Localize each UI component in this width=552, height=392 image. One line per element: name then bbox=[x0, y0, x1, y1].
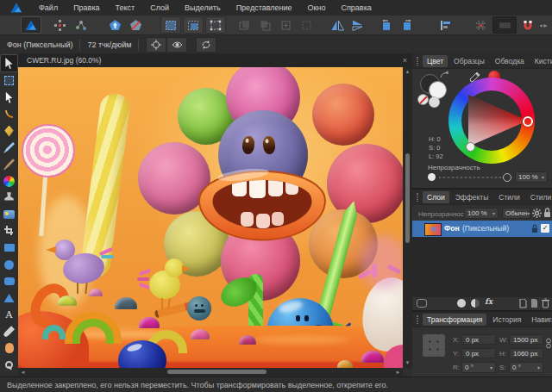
rotate-ccw-button[interactable] bbox=[377, 17, 396, 33]
no-color-swatch[interactable] bbox=[417, 94, 429, 105]
selection-subtract-button[interactable] bbox=[183, 16, 204, 34]
panel-drag-handle[interactable] bbox=[417, 193, 418, 202]
color-tab-3[interactable]: Обводка bbox=[491, 55, 529, 67]
menu-item-1[interactable]: Файл bbox=[31, 0, 66, 16]
place-image-tool[interactable] bbox=[1, 207, 17, 223]
menu-item-2[interactable]: Правка bbox=[66, 0, 107, 16]
paint-brush-tool[interactable] bbox=[1, 156, 17, 172]
selection-transform-button[interactable] bbox=[205, 16, 226, 34]
transform-tab-1[interactable]: Трансформация bbox=[423, 314, 486, 326]
menu-item-5[interactable]: Выделить bbox=[177, 0, 229, 16]
canvas-hscrollbar[interactable]: ◄ ► bbox=[18, 368, 403, 376]
color-tab-2[interactable]: Образцы bbox=[449, 55, 489, 67]
rotate-cw-button[interactable] bbox=[398, 17, 417, 33]
photo-persona-button[interactable] bbox=[21, 16, 41, 34]
vscroll-thumb[interactable] bbox=[405, 153, 410, 243]
triangle-tool[interactable] bbox=[1, 289, 17, 306]
flip-horizontal-button[interactable] bbox=[329, 17, 348, 33]
mono-swatch[interactable] bbox=[429, 96, 440, 108]
snapshot-new-button-disabled[interactable] bbox=[277, 17, 296, 33]
sl-selector-dot[interactable] bbox=[466, 142, 475, 152]
snapshot-add-button-disabled[interactable] bbox=[235, 17, 254, 33]
canvas-viewport[interactable] bbox=[18, 67, 403, 368]
color-picker-tool[interactable] bbox=[1, 323, 17, 339]
scroll-right-icon[interactable]: ► bbox=[394, 369, 402, 376]
pixel-view-button[interactable] bbox=[492, 16, 517, 34]
document-tab[interactable]: CWER.RU.jpg (60.0%) bbox=[18, 56, 110, 65]
layers-opacity-combo[interactable]: 100 % ▾ bbox=[464, 208, 499, 219]
r-combo[interactable]: 0 ° ▾ bbox=[461, 362, 496, 373]
layers-tab-2[interactable]: Эффекты bbox=[451, 191, 493, 203]
marquee-select-tool[interactable] bbox=[1, 72, 17, 89]
move-tool[interactable] bbox=[0, 54, 18, 72]
panel-drag-handle[interactable] bbox=[417, 57, 418, 65]
anchor-point-selector[interactable] bbox=[423, 334, 445, 357]
opacity-knob[interactable] bbox=[428, 173, 436, 181]
layer-row-background[interactable]: Фон (Пиксельный) ✓ bbox=[412, 221, 552, 237]
transform-tab-3[interactable]: Навигатор bbox=[527, 314, 552, 326]
menu-item-6[interactable]: Представление bbox=[229, 0, 300, 16]
live-filter-icon[interactable]: fx bbox=[485, 297, 492, 306]
corner-tool[interactable] bbox=[1, 106, 17, 122]
cycle-selection-button[interactable] bbox=[196, 37, 216, 53]
y-field[interactable]: 0 px bbox=[461, 348, 496, 358]
layer-lock-icon[interactable] bbox=[531, 224, 538, 233]
s-combo[interactable]: 0 ° ▾ bbox=[509, 362, 543, 373]
scroll-up-icon[interactable]: ▲ bbox=[404, 68, 411, 76]
toolbar-overflow-icon[interactable]: ► bbox=[543, 22, 549, 28]
layer-options-icon[interactable] bbox=[417, 299, 427, 308]
scroll-down-icon[interactable]: ▼ bbox=[404, 359, 411, 367]
layers-tab-1[interactable]: Слои bbox=[423, 191, 449, 203]
link-dimensions-icon[interactable] bbox=[546, 338, 551, 349]
menu-item-3[interactable]: Текст bbox=[108, 0, 143, 16]
opacity-value-combo[interactable]: 100 % ▾ bbox=[515, 171, 548, 183]
blend-mode-combo[interactable]: Обычн ▾ bbox=[502, 208, 530, 219]
layers-tab-4[interactable]: Стили текста bbox=[526, 191, 552, 203]
pen-tool[interactable] bbox=[1, 123, 17, 140]
panel-drag-handle[interactable] bbox=[417, 315, 418, 324]
rotation-center-button[interactable] bbox=[146, 37, 166, 53]
liquify-persona-button[interactable] bbox=[51, 17, 70, 33]
layer-visibility-checkbox[interactable]: ✓ bbox=[541, 224, 549, 233]
layer-settings-gear-icon[interactable] bbox=[532, 208, 542, 218]
alignment-button[interactable] bbox=[436, 17, 455, 33]
snapshot-slot-button-disabled[interactable] bbox=[298, 17, 317, 33]
rectangle-tool[interactable] bbox=[1, 240, 17, 256]
x-field[interactable]: 0 px bbox=[461, 334, 496, 345]
pencil-tool[interactable] bbox=[1, 140, 17, 156]
canvas-vscrollbar[interactable]: ▲ ▼ bbox=[403, 67, 412, 368]
snapping-button[interactable] bbox=[518, 17, 537, 33]
menu-item-7[interactable]: Окно bbox=[300, 0, 334, 16]
hscroll-thumb[interactable] bbox=[167, 370, 267, 374]
new-pixel-layer-icon[interactable] bbox=[530, 299, 538, 308]
opacity-slider-track[interactable] bbox=[439, 177, 503, 178]
lock-icon[interactable] bbox=[543, 208, 551, 218]
assistant-off-button[interactable] bbox=[126, 17, 145, 33]
grid-toggle-button[interactable] bbox=[472, 17, 491, 33]
document-close-icon[interactable]: × bbox=[403, 56, 407, 65]
crop-tool[interactable] bbox=[1, 223, 17, 240]
layer-thumbnail[interactable] bbox=[424, 223, 442, 236]
color-tab-1[interactable]: Цвет bbox=[423, 55, 448, 67]
flip-vertical-button[interactable] bbox=[349, 17, 368, 33]
assistant-button[interactable] bbox=[105, 17, 124, 33]
develop-persona-button[interactable] bbox=[72, 17, 91, 33]
text-tool[interactable]: A bbox=[1, 307, 17, 323]
hand-tool[interactable] bbox=[1, 340, 17, 357]
menu-item-8[interactable]: Справка bbox=[333, 0, 379, 16]
selection-new-button[interactable] bbox=[160, 16, 181, 34]
scroll-left-icon[interactable]: ◄ bbox=[19, 369, 27, 376]
delete-layer-trash-icon[interactable] bbox=[542, 298, 549, 308]
mask-layer-icon[interactable] bbox=[457, 299, 466, 308]
transform-tab-2[interactable]: История bbox=[488, 314, 525, 326]
w-field[interactable]: 1500 px bbox=[509, 334, 543, 345]
menu-item-4[interactable]: Слой bbox=[142, 0, 177, 16]
h-field[interactable]: 1060 px bbox=[509, 348, 543, 358]
adjustment-layer-icon[interactable] bbox=[471, 299, 480, 308]
zoom-tool[interactable] bbox=[1, 357, 17, 373]
clone-stamp-tool[interactable] bbox=[1, 190, 17, 206]
snapshot-restore-button-disabled[interactable] bbox=[256, 17, 275, 33]
new-layer-icon[interactable] bbox=[519, 299, 527, 308]
node-tool[interactable] bbox=[1, 90, 17, 106]
rounded-rectangle-tool[interactable] bbox=[1, 273, 17, 289]
